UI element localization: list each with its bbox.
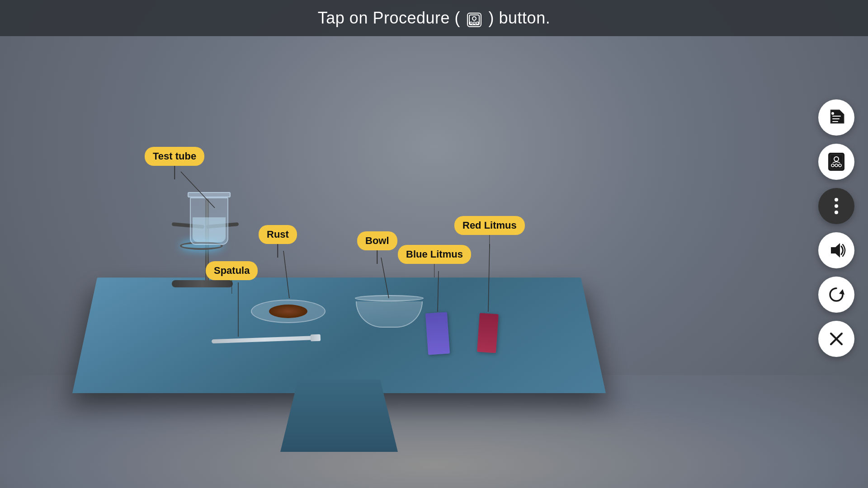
- tag-icon: [827, 108, 846, 127]
- label-blue-litmus: Blue Litmus: [398, 245, 471, 264]
- procedure-button[interactable]: [818, 144, 854, 180]
- svg-point-4: [473, 22, 476, 24]
- test-tube-setup: [188, 192, 231, 245]
- svg-marker-26: [831, 243, 840, 258]
- svg-point-2: [472, 17, 476, 20]
- label-red-litmus: Red Litmus: [454, 216, 525, 235]
- lab-scene: Test tube Spatula Rust Bowl Blue Litmus …: [0, 36, 868, 488]
- instruction-text: Tap on Procedure ( ) button.: [318, 9, 550, 28]
- bowl-object: [355, 295, 424, 328]
- reset-icon: [826, 285, 846, 305]
- tag-button[interactable]: [818, 99, 854, 136]
- procedure-icon-inline: [462, 12, 487, 26]
- svg-point-5: [476, 22, 479, 24]
- three-dots-icon: [835, 198, 838, 214]
- menu-button[interactable]: [818, 188, 854, 224]
- petri-dish: [251, 300, 326, 323]
- stand-base-bar: [172, 280, 233, 287]
- sound-icon: [826, 240, 846, 260]
- close-button[interactable]: [818, 321, 854, 357]
- instruction-bar: Tap on Procedure ( ) button.: [0, 0, 868, 36]
- label-spatula: Spatula: [206, 261, 258, 280]
- label-test-tube: Test tube: [145, 147, 204, 166]
- reset-button[interactable]: [818, 277, 854, 313]
- lab-table: [72, 190, 615, 488]
- label-rust: Rust: [259, 225, 297, 244]
- sound-button[interactable]: [818, 232, 854, 268]
- svg-point-14: [831, 112, 834, 115]
- svg-marker-27: [839, 289, 844, 295]
- procedure-icon: [826, 152, 846, 172]
- blue-litmus-object: [425, 312, 450, 355]
- right-controls: [818, 99, 854, 357]
- label-bowl: Bowl: [357, 231, 397, 250]
- close-icon: [827, 330, 845, 348]
- red-litmus-object: [477, 313, 499, 353]
- svg-point-3: [470, 22, 472, 24]
